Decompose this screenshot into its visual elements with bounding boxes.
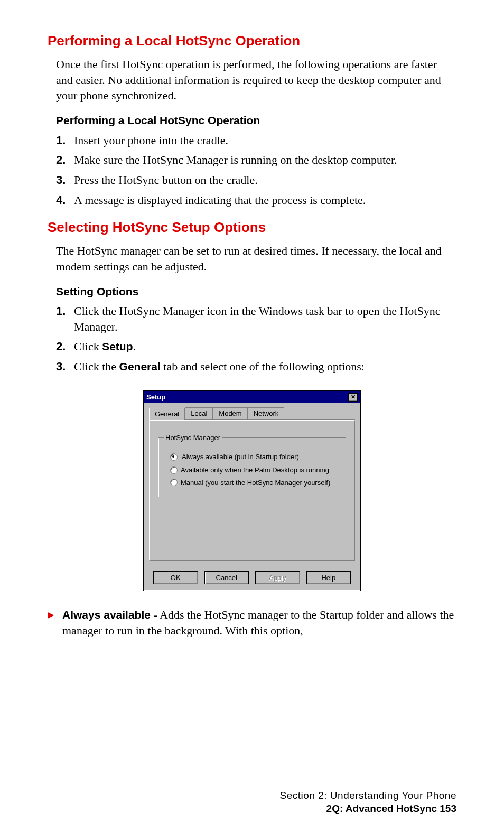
list-item: 1.Click the HotSync Manager icon in the … xyxy=(56,303,456,334)
tab-modem[interactable]: Modem xyxy=(213,407,247,419)
group-legend: HotSync Manager xyxy=(164,433,222,443)
step-number: 4. xyxy=(56,192,74,208)
para-setup-options: The HotSync manager can be set to run at… xyxy=(56,243,456,274)
radio-manual[interactable]: Manual (you start the HotSync Manager yo… xyxy=(170,478,340,488)
ok-button[interactable]: OK xyxy=(153,571,198,585)
radio-label: Always available (put in Startup folder) xyxy=(181,452,300,462)
steps-local-hotsync: 1.Insert your phone into the cradle. 2.M… xyxy=(56,133,456,208)
list-item: 2.Make sure the HotSync Manager is runni… xyxy=(56,152,456,168)
step-number: 1. xyxy=(56,133,74,148)
list-item: 3.Click the General tab and select one o… xyxy=(56,359,456,375)
step-text: Make sure the HotSync Manager is running… xyxy=(74,152,456,168)
step-text: Click Setup. xyxy=(74,339,456,354)
step-text: Click the General tab and select one of … xyxy=(74,359,456,375)
footer-page: 2Q: Advanced HotSync 153 xyxy=(280,802,456,816)
dialog-title: Setup xyxy=(146,393,165,402)
radio-label: Manual (you start the HotSync Manager yo… xyxy=(181,478,330,488)
step-text: Press the HotSync button on the cradle. xyxy=(74,172,456,188)
tab-panel-general: HotSync Manager Always available (put in… xyxy=(149,420,355,561)
step-number: 3. xyxy=(56,172,74,188)
cancel-button[interactable]: Cancel xyxy=(204,571,249,585)
tab-network[interactable]: Network xyxy=(248,407,285,419)
triangle-bullet-icon: ▶ xyxy=(48,609,54,638)
list-item: 4.A message is displayed indicating that… xyxy=(56,192,456,208)
setup-dialog: Setup ✕ General Local Modem Network HotS… xyxy=(143,390,361,592)
step-number: 2. xyxy=(56,152,74,168)
subheading-setting-options: Setting Options xyxy=(56,284,456,299)
step-number: 2. xyxy=(56,339,74,354)
step-number: 3. xyxy=(56,359,74,375)
step-text: A message is displayed indicating that t… xyxy=(74,192,456,208)
radio-always-available[interactable]: Always available (put in Startup folder) xyxy=(170,452,340,462)
radio-icon xyxy=(170,453,178,461)
heading-local-hotsync: Performing a Local HotSync Operation xyxy=(48,32,456,50)
heading-setup-options: Selecting HotSync Setup Options xyxy=(48,218,456,237)
close-icon[interactable]: ✕ xyxy=(348,393,358,402)
step-text: Click the HotSync Manager icon in the Wi… xyxy=(74,303,456,334)
list-item: 2.Click Setup. xyxy=(56,339,456,354)
list-item: 3.Press the HotSync button on the cradle… xyxy=(56,172,456,188)
para-local-hotsync: Once the first HotSync operation is perf… xyxy=(56,57,456,104)
subheading-local-hotsync: Performing a Local HotSync Operation xyxy=(56,113,456,128)
radio-label: Available only when the Palm Desktop is … xyxy=(181,465,329,475)
step-text: Insert your phone into the cradle. xyxy=(74,133,456,148)
dialog-tabs: General Local Modem Network xyxy=(149,407,355,420)
bullet-always-available: ▶ Always available - Adds the HotSync ma… xyxy=(48,607,456,638)
bullet-text: Always available - Adds the HotSync mana… xyxy=(62,607,456,638)
apply-button[interactable]: Apply xyxy=(255,571,300,585)
tab-general[interactable]: General xyxy=(149,408,185,420)
footer-section: Section 2: Understanding Your Phone xyxy=(280,789,456,802)
hotsync-manager-group: HotSync Manager Always available (put in… xyxy=(158,433,346,497)
dialog-button-row: OK Cancel Apply Help xyxy=(144,566,360,591)
page-footer: Section 2: Understanding Your Phone 2Q: … xyxy=(280,789,456,816)
list-item: 1.Insert your phone into the cradle. xyxy=(56,133,456,148)
help-button[interactable]: Help xyxy=(306,571,351,585)
radio-icon xyxy=(170,479,178,486)
steps-setting-options: 1.Click the HotSync Manager icon in the … xyxy=(56,303,456,375)
radio-available-palm[interactable]: Available only when the Palm Desktop is … xyxy=(170,465,340,475)
dialog-titlebar: Setup ✕ xyxy=(144,391,360,404)
step-number: 1. xyxy=(56,303,74,334)
radio-icon xyxy=(170,466,178,474)
tab-local[interactable]: Local xyxy=(185,407,213,419)
